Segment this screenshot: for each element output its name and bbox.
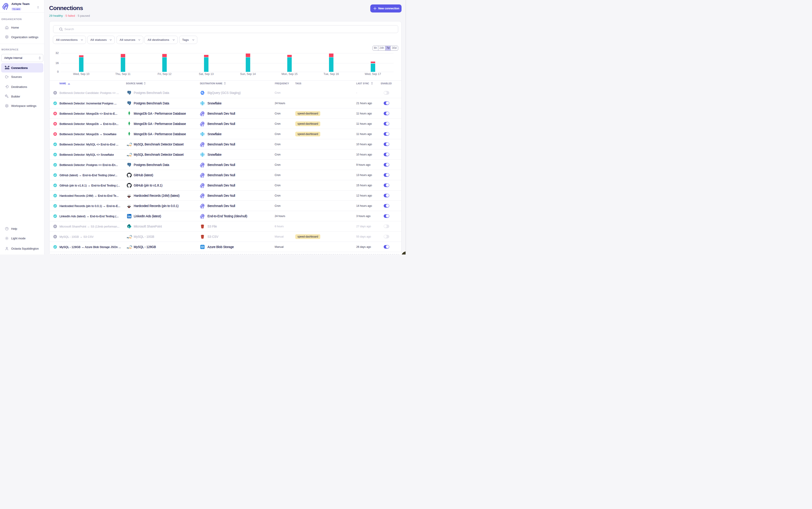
svg-text:S: S bbox=[128, 225, 129, 227]
svg-text:..: .. bbox=[131, 247, 132, 249]
svg-text:..: .. bbox=[131, 237, 132, 238]
svg-text:..: .. bbox=[131, 155, 132, 156]
svg-text:..: .. bbox=[131, 145, 132, 146]
svg-text:101: 101 bbox=[201, 247, 203, 248]
